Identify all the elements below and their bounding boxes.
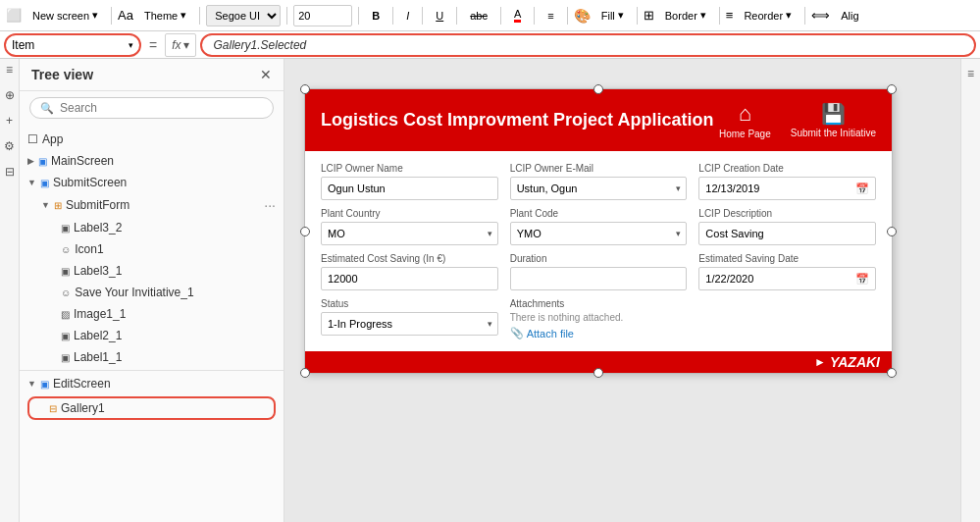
attachments-label: Attachments — [510, 298, 876, 309]
tree-item-label3-2[interactable]: ▣ Label3_2 — [20, 217, 284, 238]
handle-br[interactable] — [887, 368, 897, 378]
settings-icon[interactable]: ⚙ — [4, 139, 15, 153]
equals-sign: = — [145, 37, 161, 53]
attach-file-button[interactable]: 📎 Attach file — [510, 327, 876, 339]
submitform-chevron-icon: ▼ — [41, 200, 50, 210]
fill-button[interactable]: Fill ▾ — [594, 6, 631, 25]
name-box-chevron-icon[interactable]: ▾ — [129, 40, 133, 50]
right-icon1[interactable]: ≡ — [967, 67, 974, 80]
plant-country-select-wrap: MO ▾ — [321, 222, 498, 245]
lcip-description-input[interactable] — [698, 222, 876, 245]
saving-date-calendar-icon: 📅 — [855, 273, 869, 286]
fx-button[interactable]: fx ▾ — [165, 33, 195, 57]
tree-item-icon1[interactable]: ☺ Icon1 — [20, 238, 284, 260]
theme-button[interactable]: Theme ▾ — [137, 6, 193, 25]
hamburger-icon[interactable]: ≡ — [6, 63, 13, 77]
handle-bl[interactable] — [300, 368, 310, 378]
tree-item-label2-1[interactable]: ▣ Label2_1 — [20, 325, 284, 346]
form-group-plant-code: Plant Code YMO ▾ — [510, 208, 688, 245]
fill-chevron-icon: ▾ — [618, 9, 624, 22]
reorder-button[interactable]: Reorder ▾ — [737, 6, 799, 25]
tree-close-button[interactable]: ✕ — [260, 67, 272, 82]
tree-search-box[interactable]: 🔍 — [29, 97, 274, 119]
tree-item-submitform[interactable]: ▼ ⊞ SubmitForm ··· — [20, 193, 284, 217]
home-icon: ⌂ — [739, 101, 751, 127]
handle-ml[interactable] — [300, 227, 310, 236]
layers-icon[interactable]: ⊕ — [5, 88, 15, 102]
theme-icon: Aa — [118, 8, 133, 23]
sep4 — [358, 7, 359, 25]
tree-item-save-initiative[interactable]: ☺ Save Your Invitiative_1 — [20, 282, 284, 303]
tree-item-app[interactable]: ☐ App — [20, 129, 284, 150]
submitform-icon: ⊞ — [54, 200, 62, 211]
tree-item-label1-1[interactable]: ▣ Label1_1 — [20, 346, 284, 368]
sep13 — [804, 7, 805, 25]
formula-expression[interactable]: Gallery1.Selected — [200, 33, 976, 57]
home-button[interactable]: ⌂ Home Page — [719, 101, 771, 139]
font-size-input[interactable] — [293, 5, 352, 26]
editscreen-chevron-icon: ▼ — [27, 379, 36, 389]
tree-item-editscreen[interactable]: ▼ ▣ EditScreen — [20, 373, 284, 394]
save-disk-icon: 💾 — [821, 102, 846, 126]
tree-item-mainscreen[interactable]: ▶ ▣ MainScreen — [20, 150, 284, 172]
owner-email-select[interactable]: Ustun, Ogun — [510, 177, 688, 200]
sliders-icon[interactable]: ⊟ — [5, 165, 15, 179]
search-icon: 🔍 — [40, 102, 54, 115]
plant-code-select[interactable]: YMO — [510, 222, 688, 245]
app-header-actions: ⌂ Home Page 💾 Submit the Initiative — [719, 101, 876, 139]
tree-item-label3-1[interactable]: ▣ Label3_1 — [20, 260, 284, 282]
handle-mr[interactable] — [887, 227, 897, 236]
tree-panel: Tree view ✕ 🔍 ☐ App ▶ ▣ MainScreen ▼ ▣ — [20, 59, 284, 522]
submit-initiative-button[interactable]: 💾 Submit the Initiative — [791, 102, 876, 138]
handle-bm[interactable] — [593, 368, 603, 378]
tree-item-submitscreen[interactable]: ▼ ▣ SubmitScreen — [20, 172, 284, 193]
creation-date-label: LCIP Creation Date — [698, 163, 876, 174]
saving-date-input[interactable]: 1/22/2020 📅 — [698, 267, 876, 290]
reorder-label: Reorder — [744, 10, 783, 22]
bold-button[interactable]: B — [365, 7, 387, 25]
owner-email-select-wrap: Ustun, Ogun ▾ — [510, 177, 688, 200]
mainscreen-label: MainScreen — [51, 154, 114, 168]
tree-divider — [20, 370, 284, 371]
label3-2-label: Label3_2 — [74, 221, 122, 235]
save-initiative-label: Save Your Invitiative_1 — [75, 286, 193, 299]
owner-name-input[interactable] — [321, 177, 498, 200]
new-screen-button[interactable]: New screen ▾ — [26, 6, 105, 25]
theme-label: Theme — [144, 10, 178, 22]
font-color-button[interactable]: A — [507, 5, 528, 26]
formula-text: Gallery1.Selected — [214, 38, 307, 52]
handle-tm[interactable] — [593, 84, 603, 94]
handle-tr[interactable] — [887, 84, 897, 94]
name-box[interactable]: Item ▾ — [4, 33, 141, 57]
submitform-options-button[interactable]: ··· — [264, 197, 276, 213]
align-right-button[interactable]: Alig — [834, 7, 865, 25]
status-select[interactable]: 1-In Progress — [321, 312, 498, 336]
italic-button[interactable]: I — [399, 7, 416, 25]
tree-item-image1-1[interactable]: ▨ Image1_1 — [20, 303, 284, 325]
app-icon: ☐ — [27, 132, 38, 146]
underline-button[interactable]: U — [429, 7, 450, 25]
formula-bar: Item ▾ = fx ▾ Gallery1.Selected — [0, 31, 980, 59]
search-input[interactable] — [60, 101, 263, 115]
tree-header: Tree view ✕ — [20, 59, 284, 91]
strikethrough-button[interactable]: abc — [463, 7, 494, 25]
add-icon[interactable]: + — [6, 114, 13, 128]
icon1-icon: ☺ — [61, 244, 71, 255]
editscreen-icon: ▣ — [40, 379, 49, 390]
border-chevron-icon: ▾ — [700, 9, 706, 22]
sep1 — [111, 7, 112, 25]
right-icons-panel: ≡ — [960, 59, 980, 522]
font-select[interactable]: Segoe UI — [206, 5, 281, 26]
sep8 — [500, 7, 501, 25]
label3-1-label: Label3_1 — [74, 264, 122, 278]
cost-saving-input[interactable] — [321, 267, 498, 290]
align-button[interactable]: ≡ — [541, 7, 560, 25]
plant-country-select[interactable]: MO — [321, 222, 498, 245]
creation-date-input[interactable]: 12/13/2019 📅 — [698, 177, 876, 200]
border-button[interactable]: Border ▾ — [658, 6, 713, 25]
handle-tl[interactable] — [300, 84, 310, 94]
editscreen-label: EditScreen — [53, 377, 111, 391]
duration-input[interactable] — [510, 267, 688, 290]
fill-label: Fill — [601, 10, 615, 22]
tree-item-gallery1[interactable]: ⊟ Gallery1 — [27, 396, 276, 420]
